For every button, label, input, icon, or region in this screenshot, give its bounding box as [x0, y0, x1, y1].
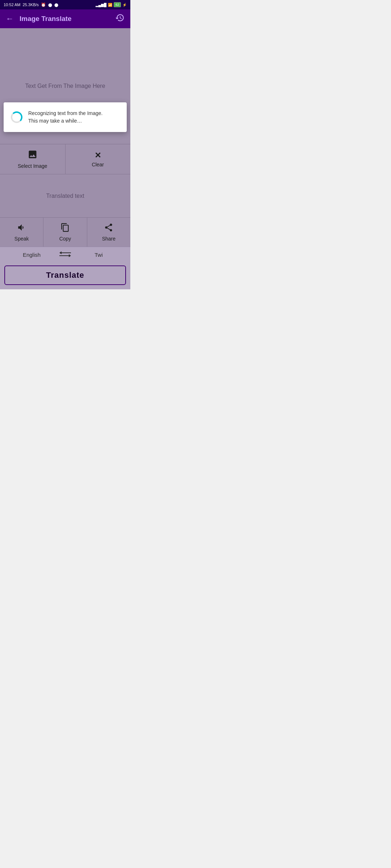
language-bar: English Twi: [0, 247, 130, 263]
copy-label: Copy: [59, 236, 71, 242]
app-title: Image Translate: [20, 15, 115, 23]
share-icon: [104, 223, 113, 234]
copy-button[interactable]: Copy: [43, 218, 87, 247]
loading-spinner: [11, 111, 22, 123]
clock-icon: ⏰: [41, 3, 46, 7]
wifi-icon: 📶: [108, 3, 112, 7]
circle-icon: ⬤: [48, 3, 52, 7]
speak-button[interactable]: Speak: [0, 218, 43, 247]
speak-label: Speak: [14, 236, 29, 242]
translated-area: Translated text: [0, 174, 130, 217]
loading-dialog: Recognizing text from the Image.This may…: [4, 102, 127, 132]
swap-language-button[interactable]: [56, 250, 74, 259]
signal-icon: ▂▄▆█: [96, 3, 106, 7]
speak-icon: [17, 223, 26, 234]
status-left: 10:52 AM 25.3KB/s ⏰ ⬤ ⬤: [4, 3, 58, 7]
source-language[interactable]: English: [7, 252, 56, 258]
ocr-placeholder: Text Get From The Image Here: [25, 83, 105, 89]
loading-message: Recognizing text from the Image.This may…: [28, 110, 102, 125]
clear-button[interactable]: ✕ Clear: [66, 144, 131, 174]
target-language[interactable]: Twi: [74, 252, 123, 258]
status-bar: 10:52 AM 25.3KB/s ⏰ ⬤ ⬤ ▂▄▆█ 📶 62 ⚡: [0, 0, 130, 9]
speed-text: 25.3KB/s: [22, 3, 39, 7]
time-text: 10:52 AM: [4, 3, 20, 7]
share-label: Share: [102, 236, 115, 242]
status-right: ▂▄▆█ 📶 62 ⚡: [96, 2, 127, 7]
select-image-label: Select Image: [18, 163, 47, 169]
select-image-button[interactable]: Select Image: [0, 144, 66, 174]
copy-icon: [60, 223, 70, 234]
translated-placeholder: Translated text: [46, 193, 84, 199]
image-icon: [28, 149, 38, 162]
clear-icon: ✕: [94, 151, 101, 160]
app-bar: ← Image Translate: [0, 9, 130, 28]
battery-indicator: 62: [114, 2, 121, 7]
main-content: Text Get From The Image Here Select Imag…: [0, 28, 130, 289]
charging-icon: ⚡: [122, 3, 127, 7]
history-button[interactable]: [115, 13, 125, 25]
translate-button[interactable]: Translate: [4, 265, 126, 285]
back-button[interactable]: ←: [6, 14, 14, 24]
battery-level: 62: [115, 3, 119, 7]
translate-button-wrapper: Translate: [0, 263, 130, 289]
share-button[interactable]: Share: [87, 218, 130, 247]
circle2-icon: ⬤: [54, 3, 58, 7]
clear-label: Clear: [92, 162, 104, 167]
action-buttons-row: Speak Copy Share: [0, 217, 130, 247]
image-action-row: Select Image ✕ Clear: [0, 144, 130, 174]
